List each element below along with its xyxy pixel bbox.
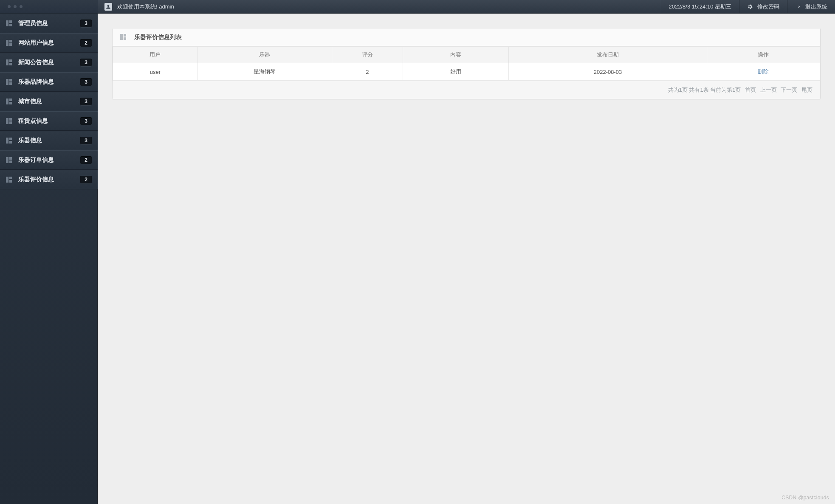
main: 欢迎使用本系统! admin 2022/8/3 15:24:10 星期三 修改密… bbox=[98, 0, 835, 504]
app-shell: 管理员信息 3 网站用户信息 2 新闻公告信息 3 乐器品牌信息 3 城市信息 bbox=[0, 0, 835, 504]
col-instrument[interactable]: 乐器 bbox=[197, 47, 332, 63]
sidebar-item-badge: 2 bbox=[80, 176, 92, 183]
grid-icon bbox=[6, 59, 12, 66]
sidebar-item-badge: 3 bbox=[80, 59, 92, 66]
sidebar-item-badge: 2 bbox=[80, 39, 92, 47]
panel-title: 乐器评价信息列表 bbox=[134, 34, 182, 41]
sidebar-item-review-info[interactable]: 乐器评价信息 2 bbox=[0, 170, 98, 189]
sidebar-item-badge: 3 bbox=[80, 137, 92, 144]
grid-icon bbox=[6, 138, 12, 144]
table-body: user 星海钢琴 2 好用 2022-08-03 删除 bbox=[113, 63, 820, 81]
sidebar-nav: 管理员信息 3 网站用户信息 2 新闻公告信息 3 乐器品牌信息 3 城市信息 bbox=[0, 14, 98, 189]
sidebar-item-label: 乐器订单信息 bbox=[18, 156, 54, 164]
grid-icon bbox=[6, 157, 12, 163]
gear-icon bbox=[747, 4, 753, 10]
sidebar: 管理员信息 3 网站用户信息 2 新闻公告信息 3 乐器品牌信息 3 城市信息 bbox=[0, 0, 98, 504]
content: 乐器评价信息列表 用户 乐器 评分 内容 发布日期 操作 bbox=[98, 14, 835, 504]
change-password-label: 修改密码 bbox=[757, 3, 779, 11]
col-publish-date[interactable]: 发布日期 bbox=[509, 47, 707, 63]
sidebar-item-label: 城市信息 bbox=[18, 98, 42, 105]
grid-icon bbox=[120, 34, 127, 40]
sidebar-item-badge: 2 bbox=[80, 156, 92, 164]
sidebar-item-rental-point-info[interactable]: 租赁点信息 3 bbox=[0, 111, 98, 131]
sidebar-item-instrument-info[interactable]: 乐器信息 3 bbox=[0, 131, 98, 150]
logout-button[interactable]: 退出系统 bbox=[787, 0, 835, 13]
col-action[interactable]: 操作 bbox=[707, 47, 820, 63]
page-prev[interactable]: 上一页 bbox=[760, 86, 777, 94]
page-next[interactable]: 下一页 bbox=[781, 86, 797, 94]
grid-icon bbox=[6, 40, 12, 46]
sidebar-item-admin-info[interactable]: 管理员信息 3 bbox=[0, 14, 98, 33]
user-icon bbox=[104, 3, 112, 11]
sidebar-item-badge: 3 bbox=[80, 20, 92, 27]
dot-icon bbox=[20, 5, 23, 8]
sidebar-item-label: 租赁点信息 bbox=[18, 117, 48, 125]
cell-action: 删除 bbox=[707, 63, 820, 81]
sidebar-item-label: 管理员信息 bbox=[18, 20, 48, 27]
cell-publish-date: 2022-08-03 bbox=[509, 63, 707, 81]
sidebar-item-badge: 3 bbox=[80, 98, 92, 105]
dot-icon bbox=[14, 5, 17, 8]
sidebar-item-brand-info[interactable]: 乐器品牌信息 3 bbox=[0, 72, 98, 92]
grid-icon bbox=[6, 118, 12, 124]
col-score[interactable]: 评分 bbox=[332, 47, 403, 63]
spacer bbox=[181, 0, 661, 13]
sidebar-item-city-info[interactable]: 城市信息 3 bbox=[0, 92, 98, 111]
change-password-button[interactable]: 修改密码 bbox=[739, 0, 787, 13]
cell-content: 好用 bbox=[403, 63, 509, 81]
dot-icon bbox=[8, 5, 11, 8]
welcome: 欢迎使用本系统! admin bbox=[98, 0, 181, 13]
delete-link[interactable]: 删除 bbox=[758, 68, 769, 75]
sidebar-item-news-info[interactable]: 新闻公告信息 3 bbox=[0, 53, 98, 72]
grid-icon bbox=[6, 79, 12, 85]
welcome-text: 欢迎使用本系统! admin bbox=[117, 3, 174, 11]
page-last[interactable]: 尾页 bbox=[801, 86, 812, 94]
col-content[interactable]: 内容 bbox=[403, 47, 509, 63]
cell-user: user bbox=[113, 63, 198, 81]
table-row: user 星海钢琴 2 好用 2022-08-03 删除 bbox=[113, 63, 820, 81]
panel-head: 乐器评价信息列表 bbox=[113, 28, 820, 46]
sidebar-logo bbox=[0, 0, 98, 14]
cell-score: 2 bbox=[332, 63, 403, 81]
sidebar-item-badge: 3 bbox=[80, 117, 92, 125]
sidebar-item-site-user-info[interactable]: 网站用户信息 2 bbox=[0, 33, 98, 53]
grid-icon bbox=[6, 177, 12, 183]
sidebar-item-label: 新闻公告信息 bbox=[18, 59, 54, 66]
sidebar-item-label: 乐器品牌信息 bbox=[18, 78, 54, 86]
sidebar-item-badge: 3 bbox=[80, 78, 92, 86]
logout-label: 退出系统 bbox=[805, 3, 827, 11]
review-list-panel: 乐器评价信息列表 用户 乐器 评分 内容 发布日期 操作 bbox=[112, 28, 821, 99]
sidebar-item-order-info[interactable]: 乐器订单信息 2 bbox=[0, 150, 98, 170]
review-table: 用户 乐器 评分 内容 发布日期 操作 user 星海钢琴 2 bbox=[113, 46, 820, 81]
sidebar-item-label: 网站用户信息 bbox=[18, 39, 54, 47]
sidebar-item-label: 乐器信息 bbox=[18, 137, 42, 144]
datetime-text: 2022/8/3 15:24:10 星期三 bbox=[669, 3, 731, 11]
datetime-cell: 2022/8/3 15:24:10 星期三 bbox=[661, 0, 739, 13]
pagination-summary: 共为1页 共有1条 当前为第1页 bbox=[668, 87, 741, 93]
page-first[interactable]: 首页 bbox=[745, 86, 756, 94]
sidebar-item-label: 乐器评价信息 bbox=[18, 176, 54, 183]
table-head: 用户 乐器 评分 内容 发布日期 操作 bbox=[113, 47, 820, 63]
col-user[interactable]: 用户 bbox=[113, 47, 198, 63]
topbar: 欢迎使用本系统! admin 2022/8/3 15:24:10 星期三 修改密… bbox=[98, 0, 835, 14]
panel-foot: 共为1页 共有1条 当前为第1页 首页 上一页 下一页 尾页 bbox=[113, 81, 820, 99]
logout-icon bbox=[795, 4, 801, 10]
grid-icon bbox=[6, 99, 12, 105]
grid-icon bbox=[6, 20, 12, 27]
cell-instrument: 星海钢琴 bbox=[197, 63, 332, 81]
